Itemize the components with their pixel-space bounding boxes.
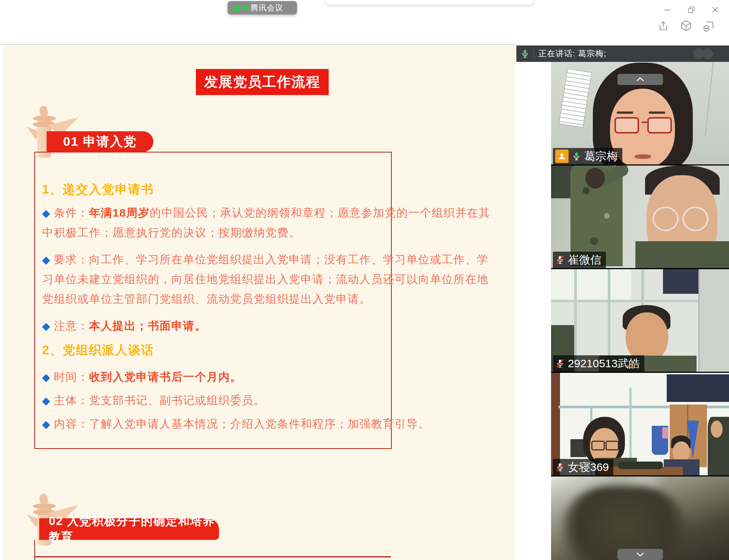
mic-muted-icon xyxy=(555,255,565,265)
diamond-bullet-icon: ◆ xyxy=(42,372,50,383)
section-02-ribbon: 02 入党积极分子的确定和培养教育 xyxy=(39,518,219,540)
cube-icon xyxy=(680,20,692,32)
speaking-status-bar: 正在讲话: 葛宗梅; xyxy=(516,45,729,62)
video-tile-cuiweixin[interactable]: 崔微信 xyxy=(551,166,729,268)
slide-bullet-line: ◆条件：年满18周岁的中国公民；承认党的纲领和章程；愿意参加党的一个组织并在其 xyxy=(42,205,391,221)
3d-cube-button[interactable] xyxy=(679,19,693,33)
video-tile-wuhao[interactable]: 29210513武皓 xyxy=(551,269,729,372)
slide-title-banner: 发展党员工作流程 xyxy=(196,69,329,95)
video-tile-nvqin369[interactable]: 女寝369 xyxy=(551,373,729,475)
mic-muted-icon xyxy=(555,462,565,472)
presenter-badge-icon xyxy=(555,150,569,163)
face-frame-icon xyxy=(703,21,714,32)
person-icon xyxy=(557,152,566,161)
video-feed xyxy=(551,476,729,560)
screen: 腾讯会议 xyxy=(0,0,729,560)
slide-bullet-line: ◆内容：了解入党申请人基本情况；介绍入党条件和程序；加强教育引导。 xyxy=(42,416,391,432)
minimize-button[interactable] xyxy=(661,6,674,15)
restore-icon xyxy=(688,6,695,13)
chevron-up-icon xyxy=(635,76,645,82)
bar-divider xyxy=(534,48,534,59)
expand-videos-button[interactable] xyxy=(617,549,663,560)
slide-bullet-line: ◆时间：收到入党申请书后一个月内。 xyxy=(42,369,391,385)
meeting-status-pill[interactable]: 腾讯会议 xyxy=(228,1,297,15)
section-02-title: 02 入党积极分子的确定和培养教育 xyxy=(49,513,219,545)
chevron-down-icon xyxy=(635,551,645,557)
section-02-box-border xyxy=(34,556,391,557)
slide-text-line: 习单位未建立党组织的，向居住地党组织提出入党申请；流动人员还可以向单位所在地 xyxy=(42,271,391,287)
slide-bullet-line: ◆主体：党支部书记、副书记或组织委员。 xyxy=(42,393,391,408)
close-icon xyxy=(712,6,719,13)
slide-bullet-line: ◆注意：本人提出；书面申请。 xyxy=(42,318,391,334)
participant-name: 崔微信 xyxy=(568,252,601,268)
diamond-bullet-icon: ◆ xyxy=(42,395,50,406)
share-icon xyxy=(658,21,669,32)
minimize-icon xyxy=(664,10,670,10)
meeting-badge-label: 腾讯会议 xyxy=(250,3,283,13)
share-button[interactable] xyxy=(657,19,670,33)
diamond-bullet-icon: ◆ xyxy=(42,321,50,332)
active-mic-icon xyxy=(516,49,534,59)
video-tile-gezongmei[interactable]: 葛宗梅 xyxy=(551,62,729,164)
mic-muted-icon xyxy=(555,359,565,368)
participant-name: 葛宗梅 xyxy=(584,149,618,164)
section-01-title: 01 申请入党 xyxy=(63,133,137,150)
video-tile-5[interactable] xyxy=(551,476,729,560)
mic-on-icon xyxy=(572,151,581,161)
slide-bullet-line: ◆要求：向工作、学习所在单位党组织提出入党申请；没有工作、学习单位或工作、学 xyxy=(42,252,391,267)
feedback-button[interactable] xyxy=(701,19,716,34)
slide-text-line: 党组织或单位主管部门党组织、流动党员党组织提出入党申请。 xyxy=(42,291,391,307)
slide-subheading: 2、党组织派人谈话 xyxy=(42,342,391,358)
section-01-ribbon: 01 申请入党 xyxy=(47,131,153,152)
collapsed-toolbar[interactable] xyxy=(326,0,534,5)
participant-name: 29210513武皓 xyxy=(568,356,640,371)
restore-button[interactable] xyxy=(686,5,697,15)
participant-label: 29210513武皓 xyxy=(553,355,644,372)
diamond-bullet-icon: ◆ xyxy=(42,419,50,430)
participant-label: 女寝369 xyxy=(553,459,613,475)
speaking-status-text: 正在讲话: 葛宗梅; xyxy=(538,48,687,59)
slide-text-line: 中积极工作；愿意执行党的决议；按期缴纳党费。 xyxy=(42,225,391,240)
participant-label: 葛宗梅 xyxy=(553,148,622,164)
signal-strength-icon xyxy=(232,4,240,12)
diamond-bullet-icon: ◆ xyxy=(42,208,50,219)
collapse-videos-button[interactable] xyxy=(617,74,663,85)
participant-label: 崔微信 xyxy=(553,252,606,268)
slide-subheading: 1、递交入党申请书 xyxy=(42,182,391,197)
participant-name: 女寝369 xyxy=(568,460,609,475)
slide-title: 发展党员工作流程 xyxy=(204,73,320,91)
watermark-logo xyxy=(687,47,721,60)
close-button[interactable] xyxy=(710,5,721,15)
recording-dot-icon xyxy=(243,5,248,10)
diamond-bullet-icon: ◆ xyxy=(42,254,50,265)
video-sidebar: 葛宗梅 崔微信 xyxy=(551,62,729,560)
